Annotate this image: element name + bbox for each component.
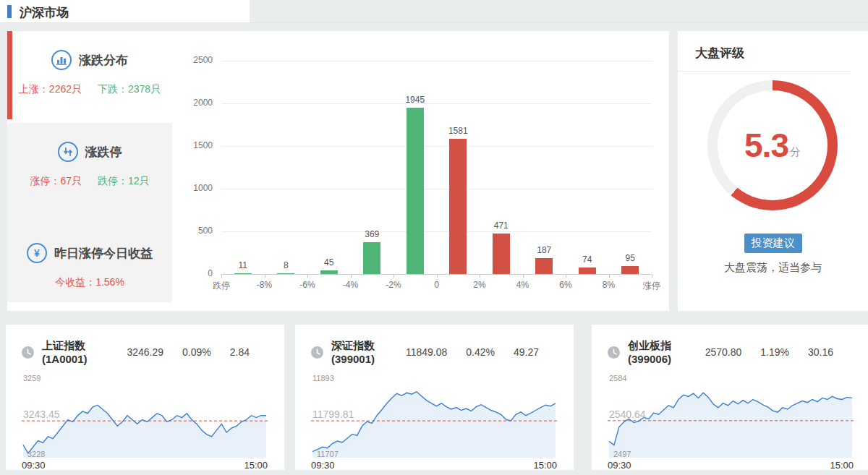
time-end-label: 15:00 [244, 460, 268, 471]
distribution-bar [535, 258, 553, 274]
index-change-percent: 1.19% [760, 346, 789, 358]
bar-value-label: 95 [609, 253, 652, 263]
today-return-stat: 今收益：1.56% [55, 276, 124, 289]
y-min-label: 3228 [27, 450, 45, 458]
page-title: 沪深市场 [20, 4, 69, 21]
y-max-label: 11893 [311, 374, 558, 385]
index-change-percent: 0.42% [466, 346, 495, 358]
x-axis-label: -2% [372, 280, 415, 290]
section-return-title: 昨日涨停今日收益 [54, 245, 153, 262]
y-axis-label: 2500 [172, 55, 213, 65]
y-max-label: 3259 [22, 374, 268, 385]
time-end-label: 15:00 [533, 460, 557, 471]
market-rating-card: 大盘评级 5.3 分 投资建议 大盘震荡，适当参与 [678, 31, 868, 311]
page-header: 沪深市场 [0, 0, 868, 23]
rating-title: 大盘评级 [678, 31, 851, 72]
distribution-bar [621, 266, 639, 274]
section-red-edge [7, 31, 12, 119]
market-overview-card: 涨跌分布 上涨：2262只 下跌：2378只 涨跌停 涨停：67只 跌停：12只 [7, 31, 669, 311]
ref-price-label: 2540.64 [609, 408, 646, 420]
y-min-label: 11707 [317, 450, 339, 458]
bar-value-label: 8 [265, 260, 308, 270]
time-end-label: 15:00 [830, 460, 854, 471]
time-start-label: 09:30 [22, 460, 46, 471]
y-max-label: 2584 [608, 374, 852, 385]
index-name[interactable]: 上证指数(1A0001) [42, 339, 108, 365]
index-change: 2.84 [230, 346, 250, 358]
time-start-label: 09:30 [608, 460, 631, 471]
distribution-bar [493, 234, 510, 274]
distribution-bar [277, 273, 294, 274]
x-axis-label: -4% [329, 280, 373, 290]
distribution-bar-chart: 05001000150020002500跌停-8%-6%-4%-2%02%4%6… [172, 31, 669, 311]
x-axis-label: 跌停 [200, 280, 243, 292]
limit-down-stat: 跌停：12只 [98, 175, 150, 188]
clock-icon [22, 346, 34, 359]
index-card-shanghai: 上证指数(1A0001) 3246.29 0.09% 2.84 3259 324… [6, 325, 284, 470]
bar-value-label: 45 [307, 257, 351, 268]
rating-score: 5.3 [744, 126, 788, 165]
y-axis-label: 1500 [172, 140, 213, 150]
rating-score-suffix: 分 [790, 145, 801, 159]
market-stats-column: 涨跌分布 上涨：2262只 下跌：2378只 涨跌停 涨停：67只 跌停：12只 [7, 31, 172, 311]
y-min-label: 2497 [613, 450, 631, 458]
limit-up-stat: 涨停：67只 [30, 175, 82, 188]
y-axis-label: 500 [172, 226, 213, 236]
bar-value-label: 471 [480, 221, 523, 231]
x-axis-label: 2% [458, 280, 501, 290]
clock-icon [608, 346, 620, 359]
x-axis-label: 4% [501, 280, 545, 290]
distribution-bar [320, 270, 338, 274]
bar-value-label: 187 [523, 245, 566, 255]
ref-price-label: 3243.45 [23, 408, 60, 420]
bar-chart-icon [51, 50, 72, 70]
index-name[interactable]: 创业板指(399006) [628, 339, 686, 365]
clock-icon [311, 346, 323, 359]
index-change-percent: 0.09% [182, 346, 211, 358]
bar-value-label: 11 [221, 260, 265, 270]
index-line-chart [608, 385, 854, 458]
investment-advice-button[interactable]: 投资建议 [744, 234, 802, 253]
rating-gauge: 5.3 分 [707, 80, 838, 210]
distribution-bar [579, 268, 596, 274]
index-line-chart [22, 385, 268, 458]
x-axis-label: 6% [544, 280, 587, 290]
ref-price-label: 11799.81 [312, 408, 354, 420]
bar-value-label: 1581 [437, 126, 480, 136]
advancers-stat: 上涨：2262只 [19, 83, 82, 96]
y-axis-label: 2000 [172, 98, 213, 108]
yen-icon: ¥ [27, 243, 47, 263]
bar-value-label: 74 [566, 254, 609, 265]
bar-value-label: 1945 [393, 95, 437, 105]
index-change: 30.16 [808, 346, 833, 358]
section-limits-title: 涨跌停 [85, 144, 122, 161]
index-line-chart [311, 385, 557, 458]
x-axis-label: 涨停 [630, 280, 673, 292]
index-change: 49.27 [514, 346, 539, 358]
x-axis-label: -6% [286, 280, 329, 290]
distribution-bar [449, 139, 467, 274]
index-name[interactable]: 深证指数(399001) [331, 339, 387, 365]
bar-value-label: 369 [351, 229, 394, 239]
x-axis-label: 0 [415, 280, 459, 290]
section-limits-and-return: 涨跌停 涨停：67只 跌停：12只 ¥ 昨日涨停今日收益 今收益：1.56% [7, 123, 172, 302]
index-card-shenzhen: 深证指数(399001) 11849.08 0.42% 49.27 11893 … [295, 325, 574, 470]
distribution-bar [234, 273, 252, 274]
y-axis-label: 1000 [172, 183, 213, 193]
index-price: 3246.29 [127, 346, 163, 358]
index-mini-chart: 11893 11799.81 11707 09:30 15:00 [311, 374, 558, 471]
index-price: 2570.80 [705, 346, 742, 358]
y-axis-label: 0 [172, 268, 213, 278]
x-axis-label: 8% [587, 280, 631, 290]
advice-text: 大盘震荡，适当参与 [678, 261, 868, 275]
decliners-stat: 下跌：2378只 [98, 83, 161, 96]
distribution-bar [407, 108, 424, 274]
section-distribution-title: 涨跌分布 [79, 52, 128, 69]
index-mini-chart: 3259 3243.45 3228 09:30 15:00 [22, 374, 268, 471]
index-price: 11849.08 [406, 346, 447, 358]
x-axis-label: -8% [243, 280, 286, 290]
index-card-chinext: 创业板指(399006) 2570.80 1.19% 30.16 2584 25… [592, 325, 868, 470]
distribution-bar [363, 242, 380, 274]
time-start-label: 09:30 [311, 460, 335, 471]
up-down-arrows-icon [58, 142, 78, 162]
